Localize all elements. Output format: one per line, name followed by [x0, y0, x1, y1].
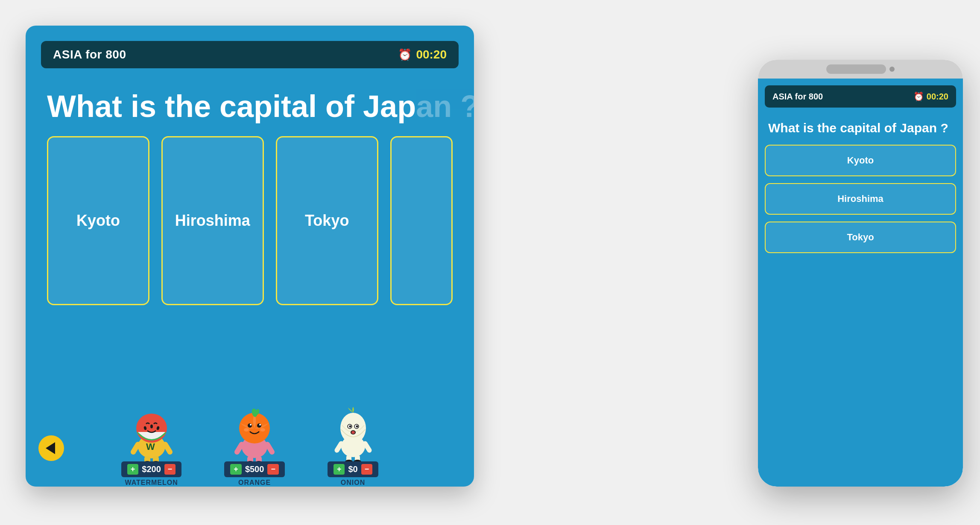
- desktop-question: What is the capital of Japan ?: [26, 68, 474, 136]
- mobile-screen: ASIA for 800 ⏰ 00:20 What is the capital…: [758, 60, 963, 487]
- mobile-content: ASIA for 800 ⏰ 00:20 What is the capital…: [758, 79, 963, 487]
- mobile-timer: ⏰ 00:20: [913, 91, 948, 102]
- orange-score-bar: + $500 −: [224, 461, 285, 477]
- onion-character-svg: [332, 406, 374, 461]
- desktop-header-bar: ASIA for 800 ⏰ 00:20: [41, 41, 459, 68]
- desktop-category: ASIA for 800: [53, 48, 126, 61]
- mobile-header-bar: ASIA for 800 ⏰ 00:20: [765, 85, 956, 108]
- svg-point-16: [248, 423, 252, 428]
- back-arrow-icon: [46, 442, 55, 454]
- svg-rect-6: [144, 456, 150, 461]
- desktop-characters: W: [26, 305, 474, 487]
- mobile-answer-2[interactable]: Hiroshima: [765, 183, 956, 215]
- character-onion: + $0 − ONION: [328, 406, 378, 487]
- mobile-answer-3[interactable]: Tokyo: [765, 222, 956, 253]
- watermelon-score: $200: [142, 464, 161, 474]
- answer-box-4[interactable]: [390, 136, 453, 305]
- orange-character-svg: [231, 406, 278, 461]
- onion-minus[interactable]: −: [361, 464, 373, 475]
- svg-line-26: [237, 444, 242, 452]
- onion-plus[interactable]: +: [333, 464, 345, 475]
- mobile-answers: Kyoto Hiroshima Tokyo: [758, 145, 963, 253]
- svg-point-18: [250, 424, 252, 426]
- svg-rect-7: [153, 456, 159, 461]
- svg-line-11: [165, 444, 170, 452]
- svg-line-40: [337, 443, 341, 450]
- orange-name: ORANGE: [238, 479, 271, 487]
- svg-line-10: [133, 444, 138, 452]
- desktop-screen: ASIA for 800 ⏰ 00:20 What is the capital…: [26, 26, 474, 487]
- svg-line-27: [267, 444, 272, 452]
- svg-point-32: [349, 426, 351, 428]
- svg-text:W: W: [146, 441, 155, 452]
- svg-point-33: [356, 426, 358, 428]
- mobile-status-bar: [758, 60, 963, 79]
- answer-box-3[interactable]: Tokyo: [276, 136, 378, 305]
- mobile-camera-dot: [889, 67, 895, 72]
- mobile-notch: [826, 64, 886, 74]
- watermelon-minus[interactable]: −: [164, 464, 176, 475]
- orange-score: $500: [245, 464, 264, 474]
- desktop-timer-icon: ⏰: [398, 48, 412, 61]
- svg-point-21: [260, 428, 265, 432]
- orange-minus[interactable]: −: [267, 464, 279, 475]
- mobile-question: What is the capital of Japan ?: [758, 108, 963, 145]
- desktop-answers: Kyoto Hiroshima Tokyo: [26, 136, 474, 305]
- svg-point-17: [257, 423, 261, 428]
- watermelon-score-bar: + $200 −: [121, 461, 182, 477]
- back-button[interactable]: [38, 435, 64, 461]
- onion-score-bar: + $0 −: [328, 461, 378, 477]
- answer-box-2[interactable]: Hiroshima: [161, 136, 264, 305]
- mobile-category: ASIA for 800: [772, 92, 823, 102]
- character-orange: + $500 − ORANGE: [224, 406, 285, 487]
- svg-point-4: [150, 425, 153, 429]
- onion-name: ONION: [341, 479, 365, 487]
- mobile-answer-1[interactable]: Kyoto: [765, 145, 956, 176]
- svg-rect-23: [256, 456, 262, 461]
- svg-point-20: [244, 428, 249, 432]
- character-watermelon: W: [121, 406, 182, 487]
- watermelon-plus[interactable]: +: [127, 464, 139, 475]
- svg-rect-22: [247, 456, 253, 461]
- orange-plus[interactable]: +: [230, 464, 242, 475]
- answer-box-1[interactable]: Kyoto: [47, 136, 149, 305]
- svg-line-41: [365, 443, 369, 450]
- onion-score: $0: [348, 464, 357, 474]
- watermelon-character-svg: W: [128, 406, 175, 461]
- mobile-timer-icon: ⏰: [913, 91, 924, 102]
- svg-point-19: [259, 424, 261, 426]
- desktop-timer-value: 00:20: [416, 48, 447, 61]
- watermelon-name: WATERMELON: [125, 479, 178, 487]
- desktop-timer: ⏰ 00:20: [398, 48, 447, 61]
- mobile-timer-value: 00:20: [927, 92, 948, 102]
- svg-point-35: [351, 431, 355, 434]
